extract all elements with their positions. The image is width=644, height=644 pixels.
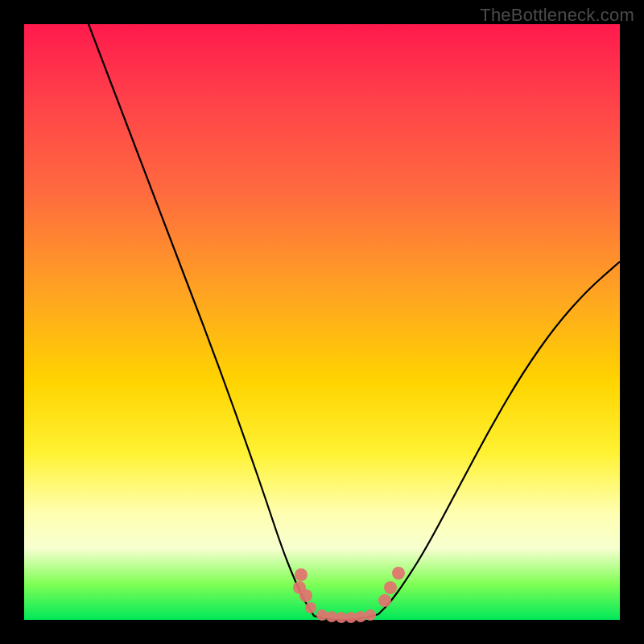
valley-dot — [355, 611, 366, 622]
chart-frame: TheBottleneck.com — [0, 0, 644, 644]
valley-dot — [378, 594, 391, 607]
watermark-text: TheBottleneck.com — [480, 5, 634, 26]
valley-dot — [305, 602, 316, 613]
valley-dot — [365, 609, 376, 621]
valley-dot — [384, 581, 397, 594]
bottleneck-curve — [89, 24, 620, 620]
valley-dot — [316, 609, 328, 621]
valley-dot — [345, 612, 357, 623]
curve-svg — [24, 24, 620, 620]
valley-dot — [299, 589, 312, 602]
valley-dot — [295, 568, 308, 581]
plot-area — [24, 24, 620, 620]
valley-markers — [293, 567, 405, 623]
valley-dot — [392, 567, 405, 580]
valley-dot — [326, 611, 337, 622]
valley-dot — [336, 612, 347, 623]
